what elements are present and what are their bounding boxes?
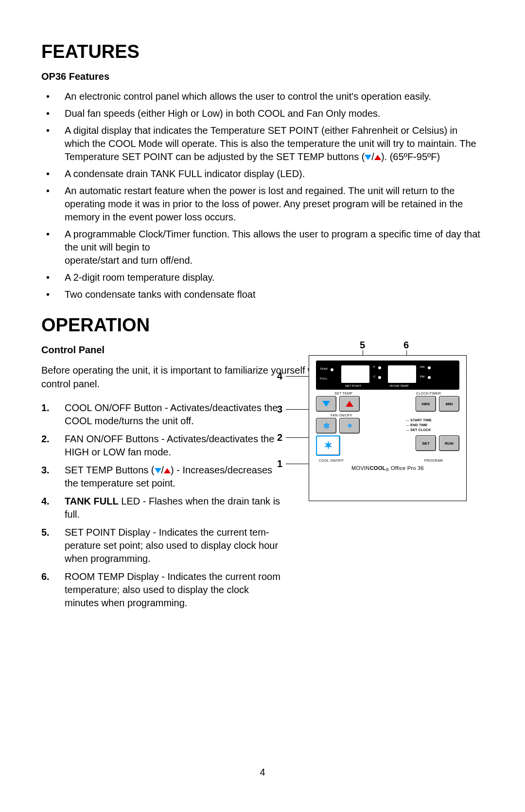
- feature-item: A 2-digit room temperature display.: [60, 271, 484, 284]
- down-triangle-icon: [155, 468, 161, 473]
- set-point-display: [341, 365, 369, 383]
- feature-item: A condensate drain TANK FULL indicator d…: [60, 167, 484, 180]
- down-triangle-icon: [365, 155, 371, 160]
- hrs-button[interactable]: HRS: [416, 396, 436, 412]
- feature-item: An electronic control panel which allows…: [60, 90, 484, 103]
- callout-1: 1: [277, 458, 282, 469]
- run-button[interactable]: RUN: [439, 435, 459, 451]
- page-number: 4: [260, 767, 265, 778]
- list-item: 2.FAN ON/OFF Buttons - Activates/deactiv…: [60, 433, 284, 459]
- fan-icon: ✲: [323, 421, 330, 431]
- feature-item: Two condensate tanks with condensate flo…: [60, 288, 484, 301]
- feature-item: A digital display that indicates the Tem…: [60, 124, 484, 163]
- list-item: 5.SET POINT Display - Indicates the curr…: [60, 526, 284, 565]
- features-heading: FEATURES: [41, 41, 484, 62]
- callout-4: 4: [277, 371, 282, 382]
- callout-5: 5: [360, 340, 365, 351]
- min-button[interactable]: MIN: [439, 396, 459, 412]
- up-triangle-icon: [164, 468, 171, 473]
- features-list: An electronic control panel which allows…: [41, 90, 484, 301]
- fan-icon: ✲: [348, 423, 352, 429]
- list-item: 3.SET TEMP Buttons (/) - Increases/decre…: [60, 464, 284, 490]
- cool-onoff-button[interactable]: ✶: [316, 435, 340, 456]
- brand-label: MOVINCOOL® Office Pro 36: [316, 465, 459, 472]
- temp-down-button[interactable]: [316, 396, 336, 412]
- control-panel-list: 1.COOL ON/OFF Button - Activates/deactiv…: [41, 401, 284, 614]
- feature-item: Dual fan speeds (either High or Low) in …: [60, 107, 484, 120]
- feature-item: An automatic restart feature when the po…: [60, 184, 484, 224]
- room-temp-display: [388, 365, 416, 383]
- list-item: 4.TANK FULL LED - Flashes when the drain…: [60, 495, 284, 521]
- features-subhead: OP36 Features: [41, 71, 484, 82]
- operation-heading: OPERATION: [41, 315, 484, 336]
- callout-2: 2: [277, 432, 282, 443]
- list-item: 1.COOL ON/OFF Button - Activates/deactiv…: [60, 401, 284, 428]
- up-triangle-icon: [374, 155, 381, 160]
- snowflake-icon: ✶: [324, 440, 332, 451]
- list-item: 6.ROOM TEMP Display - Indicates the curr…: [60, 570, 284, 610]
- display-strip: TANK FULL F C AM PM SET POINT ROOM TEMP: [316, 361, 459, 390]
- feature-item: A programmable Clock/Timer function. Thi…: [60, 228, 484, 267]
- fan-high-button[interactable]: ✲: [316, 418, 336, 433]
- temp-up-button[interactable]: [339, 396, 360, 412]
- fan-low-button[interactable]: ✲: [339, 418, 360, 433]
- control-panel-diagram: 5 6 4 3 2 1 TANK FULL F C: [277, 336, 486, 511]
- callout-3: 3: [277, 404, 282, 415]
- set-button[interactable]: SET: [416, 435, 436, 451]
- callout-6: 6: [403, 340, 409, 351]
